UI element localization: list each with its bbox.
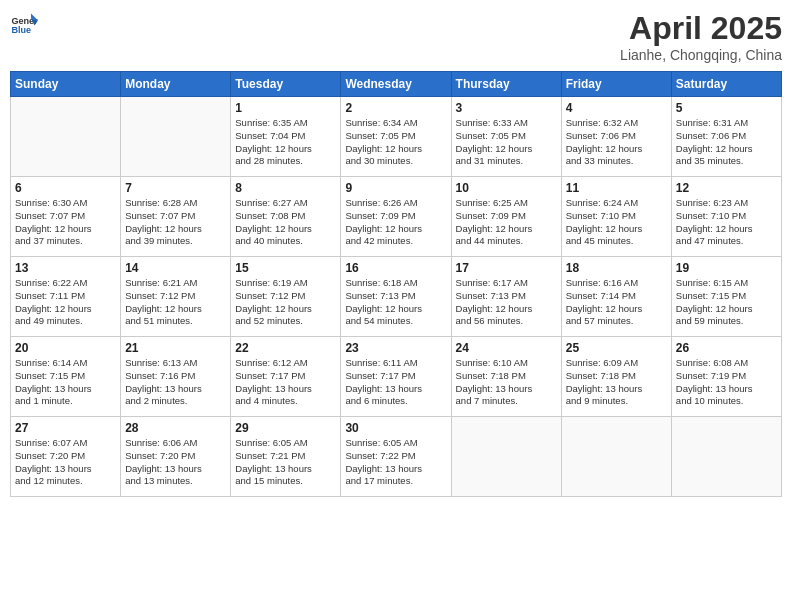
calendar-cell: 1Sunrise: 6:35 AMSunset: 7:04 PMDaylight… — [231, 97, 341, 177]
day-info-line: and 4 minutes. — [235, 395, 336, 408]
day-info-line: Sunset: 7:12 PM — [235, 290, 336, 303]
day-info-line: Sunrise: 6:14 AM — [15, 357, 116, 370]
day-info-line: Daylight: 12 hours — [15, 223, 116, 236]
calendar-week-row: 20Sunrise: 6:14 AMSunset: 7:15 PMDayligh… — [11, 337, 782, 417]
day-info-line: Sunrise: 6:08 AM — [676, 357, 777, 370]
calendar-week-row: 6Sunrise: 6:30 AMSunset: 7:07 PMDaylight… — [11, 177, 782, 257]
day-number: 27 — [15, 421, 116, 435]
day-info-line: and 10 minutes. — [676, 395, 777, 408]
day-number: 9 — [345, 181, 446, 195]
day-info-line: Daylight: 13 hours — [456, 383, 557, 396]
calendar-cell: 5Sunrise: 6:31 AMSunset: 7:06 PMDaylight… — [671, 97, 781, 177]
day-info-line: Daylight: 13 hours — [345, 463, 446, 476]
day-number: 10 — [456, 181, 557, 195]
day-info-line: and 47 minutes. — [676, 235, 777, 248]
day-info-line: Sunset: 7:18 PM — [566, 370, 667, 383]
calendar-cell: 12Sunrise: 6:23 AMSunset: 7:10 PMDayligh… — [671, 177, 781, 257]
day-info-line: and 44 minutes. — [456, 235, 557, 248]
day-info: Sunrise: 6:32 AMSunset: 7:06 PMDaylight:… — [566, 117, 667, 168]
day-info-line: Daylight: 13 hours — [676, 383, 777, 396]
day-info-line: Sunset: 7:06 PM — [676, 130, 777, 143]
day-info-line: Sunset: 7:09 PM — [345, 210, 446, 223]
day-info-line: Sunset: 7:15 PM — [676, 290, 777, 303]
day-number: 28 — [125, 421, 226, 435]
day-info-line: Sunset: 7:13 PM — [345, 290, 446, 303]
day-info: Sunrise: 6:16 AMSunset: 7:14 PMDaylight:… — [566, 277, 667, 328]
day-number: 14 — [125, 261, 226, 275]
calendar-cell: 8Sunrise: 6:27 AMSunset: 7:08 PMDaylight… — [231, 177, 341, 257]
weekday-header: Monday — [121, 72, 231, 97]
day-info-line: and 17 minutes. — [345, 475, 446, 488]
calendar-cell: 15Sunrise: 6:19 AMSunset: 7:12 PMDayligh… — [231, 257, 341, 337]
day-info-line: Sunset: 7:08 PM — [235, 210, 336, 223]
calendar-cell — [451, 417, 561, 497]
calendar-cell: 13Sunrise: 6:22 AMSunset: 7:11 PMDayligh… — [11, 257, 121, 337]
day-info-line: and 2 minutes. — [125, 395, 226, 408]
day-info: Sunrise: 6:11 AMSunset: 7:17 PMDaylight:… — [345, 357, 446, 408]
day-number: 22 — [235, 341, 336, 355]
day-number: 7 — [125, 181, 226, 195]
day-info-line: Daylight: 12 hours — [125, 223, 226, 236]
day-number: 11 — [566, 181, 667, 195]
day-number: 17 — [456, 261, 557, 275]
day-number: 3 — [456, 101, 557, 115]
day-info: Sunrise: 6:24 AMSunset: 7:10 PMDaylight:… — [566, 197, 667, 248]
day-info-line: Sunrise: 6:05 AM — [345, 437, 446, 450]
day-info-line: Daylight: 13 hours — [566, 383, 667, 396]
day-info-line: Daylight: 12 hours — [676, 223, 777, 236]
day-info-line: Sunrise: 6:18 AM — [345, 277, 446, 290]
day-info-line: and 6 minutes. — [345, 395, 446, 408]
day-info-line: Sunrise: 6:26 AM — [345, 197, 446, 210]
day-info-line: Daylight: 12 hours — [125, 303, 226, 316]
day-info-line: Sunset: 7:14 PM — [566, 290, 667, 303]
day-info-line: Sunset: 7:20 PM — [125, 450, 226, 463]
day-info: Sunrise: 6:05 AMSunset: 7:21 PMDaylight:… — [235, 437, 336, 488]
day-info-line: Sunrise: 6:32 AM — [566, 117, 667, 130]
day-number: 18 — [566, 261, 667, 275]
calendar-cell: 3Sunrise: 6:33 AMSunset: 7:05 PMDaylight… — [451, 97, 561, 177]
day-number: 2 — [345, 101, 446, 115]
day-info: Sunrise: 6:27 AMSunset: 7:08 PMDaylight:… — [235, 197, 336, 248]
day-info-line: Sunset: 7:20 PM — [15, 450, 116, 463]
day-info-line: Sunset: 7:19 PM — [676, 370, 777, 383]
day-number: 26 — [676, 341, 777, 355]
weekday-header: Tuesday — [231, 72, 341, 97]
day-info-line: Sunset: 7:18 PM — [456, 370, 557, 383]
calendar-cell: 19Sunrise: 6:15 AMSunset: 7:15 PMDayligh… — [671, 257, 781, 337]
day-info-line: Sunrise: 6:13 AM — [125, 357, 226, 370]
day-info-line: and 30 minutes. — [345, 155, 446, 168]
day-info-line: Daylight: 12 hours — [235, 303, 336, 316]
day-info-line: and 13 minutes. — [125, 475, 226, 488]
day-info: Sunrise: 6:28 AMSunset: 7:07 PMDaylight:… — [125, 197, 226, 248]
weekday-header: Saturday — [671, 72, 781, 97]
day-info: Sunrise: 6:13 AMSunset: 7:16 PMDaylight:… — [125, 357, 226, 408]
day-info-line: and 37 minutes. — [15, 235, 116, 248]
day-info-line: Daylight: 12 hours — [676, 303, 777, 316]
day-info: Sunrise: 6:25 AMSunset: 7:09 PMDaylight:… — [456, 197, 557, 248]
day-info-line: and 35 minutes. — [676, 155, 777, 168]
day-info-line: Daylight: 12 hours — [566, 223, 667, 236]
day-info-line: Sunrise: 6:30 AM — [15, 197, 116, 210]
weekday-header-row: SundayMondayTuesdayWednesdayThursdayFrid… — [11, 72, 782, 97]
day-info-line: Daylight: 12 hours — [345, 223, 446, 236]
day-info: Sunrise: 6:09 AMSunset: 7:18 PMDaylight:… — [566, 357, 667, 408]
day-info-line: Sunrise: 6:28 AM — [125, 197, 226, 210]
day-number: 24 — [456, 341, 557, 355]
day-info-line: Sunset: 7:13 PM — [456, 290, 557, 303]
day-info: Sunrise: 6:21 AMSunset: 7:12 PMDaylight:… — [125, 277, 226, 328]
day-number: 16 — [345, 261, 446, 275]
calendar-cell: 30Sunrise: 6:05 AMSunset: 7:22 PMDayligh… — [341, 417, 451, 497]
day-number: 6 — [15, 181, 116, 195]
day-info-line: Sunrise: 6:27 AM — [235, 197, 336, 210]
day-info-line: and 49 minutes. — [15, 315, 116, 328]
calendar-week-row: 1Sunrise: 6:35 AMSunset: 7:04 PMDaylight… — [11, 97, 782, 177]
day-info: Sunrise: 6:22 AMSunset: 7:11 PMDaylight:… — [15, 277, 116, 328]
day-info-line: Sunset: 7:04 PM — [235, 130, 336, 143]
day-number: 23 — [345, 341, 446, 355]
day-info-line: and 56 minutes. — [456, 315, 557, 328]
day-info-line: Sunset: 7:16 PM — [125, 370, 226, 383]
calendar-cell: 21Sunrise: 6:13 AMSunset: 7:16 PMDayligh… — [121, 337, 231, 417]
day-info-line: Sunset: 7:07 PM — [125, 210, 226, 223]
day-number: 29 — [235, 421, 336, 435]
calendar-cell: 18Sunrise: 6:16 AMSunset: 7:14 PMDayligh… — [561, 257, 671, 337]
